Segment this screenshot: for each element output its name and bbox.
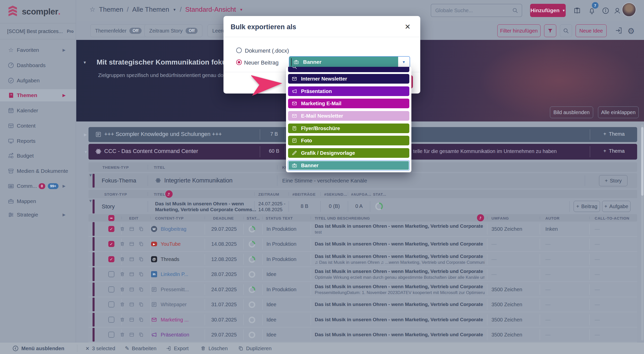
sidebar-item-reports[interactable]: Reports [0,135,76,147]
breadcrumb-alle-themen[interactable]: Alle Themen [132,6,169,13]
title-description[interactable]: Das ist Musik in unseren Ohren - wenn Ma… [315,284,485,295]
row-checkbox[interactable] [108,241,114,247]
content-type-link[interactable]: Marketing ... [161,317,189,323]
off-toggle[interactable]: Off [186,28,198,34]
title-description[interactable]: Das ist Musik in unseren Ohren - wenn Ma… [315,223,485,235]
delete-icon[interactable] [119,317,125,322]
learn-book-icon[interactable] [573,7,581,15]
collapse-icon[interactable]: ▼ [84,150,88,154]
workspace-switcher[interactable]: [SCOM] Best practices... Pro [0,24,76,39]
expand-icon[interactable]: ▶ [84,132,87,137]
row-checkbox[interactable] [108,317,114,323]
duplicate-icon[interactable] [138,241,144,247]
collapse-icon[interactable]: ▼ [88,173,93,177]
title-description[interactable]: Das ist Musik in unseren Ohren - wenn Ma… [315,332,485,337]
content-type-link[interactable]: Whitepaper [161,302,187,307]
calendar-card-icon[interactable] [129,241,134,247]
story-row[interactable]: ▼ Story Das ist Musik in unseren Ohren -… [88,199,637,214]
dropdown-item[interactable]: Präsentation [288,86,409,96]
hide-menu-button[interactable]: Menü ausblenden [12,343,64,354]
dropdown-item-partial[interactable] [288,67,409,72]
add-story-button[interactable]: +Story [599,175,627,186]
settings-gear-icon[interactable]: ⚙ [626,26,636,36]
sidebar-item-favoriten[interactable]: ☆ Favoriten ▶ [0,44,76,56]
dropdown-item[interactable]: Flyer/Broschüre [288,124,409,133]
hide-image-button[interactable]: Bild ausblenden [550,106,593,118]
collapse-caret-icon[interactable]: ▼ [83,60,87,65]
favorite-star-icon[interactable]: ☆ [89,6,95,13]
content-type-select[interactable]: Banner ▼ [289,56,410,68]
content-type-link[interactable]: Pressemitt... [161,287,189,293]
filter-add-button[interactable]: Filter hinzufügen [497,24,541,37]
content-row[interactable]: in LinkedIn P... 28.07.2025 Idee Das ist… [88,267,637,282]
sidebar-item-budget[interactable]: Budget [0,150,76,162]
info-icon[interactable] [602,7,610,15]
fokus-thema-row[interactable]: ▼ Fokus-Thema Integrierte Kommunikation … [88,173,637,188]
content-type-link[interactable]: LinkedIn P... [161,271,188,277]
support-icon[interactable] [613,7,621,15]
export-view-icon[interactable] [615,26,623,35]
calendar-card-icon[interactable] [129,226,134,232]
sidebar-item-content[interactable]: Content [0,120,76,132]
calendar-card-icon[interactable] [129,302,134,307]
dropdown-item[interactable]: Interner Newsletter [288,74,409,84]
dropdown-item[interactable]: Banner [288,161,409,170]
row-checkbox[interactable] [108,226,114,232]
bulk-export-button[interactable]: Export [166,343,189,354]
content-row[interactable]: @ Threads 12.08.2025 In Produktion Das i… [88,252,637,267]
duplicate-icon[interactable] [138,226,144,232]
breadcrumb-view[interactable]: Standard-Ansicht [185,6,236,13]
sidebar-item-themen[interactable]: Themen ▶ [0,89,76,101]
sidebar-item-dashboards[interactable]: Dashboards [0,59,76,71]
search-icon[interactable] [512,7,518,13]
dropdown-item[interactable]: E-Mail Newsletter [288,111,409,121]
content-row[interactable]: Pressemitt... 24.07.2025 In Produktion D… [88,282,637,297]
duplicate-icon[interactable] [138,317,144,322]
sidebar-item-mappen[interactable]: Mappen [0,195,76,207]
collapse-all-button[interactable]: Alle einklappen [598,106,639,118]
title-description[interactable]: Das ist Musik in unseren Ohren - wenn Ma… [315,241,485,247]
title-description[interactable]: Das ist Musik in unseren Ohren - wenn Ma… [315,269,485,280]
add-thema-button[interactable]: +Thema [603,148,625,154]
duplicate-icon[interactable] [138,271,144,277]
dropdown-item[interactable]: Marketing E-Mail [288,99,409,108]
filter-chip-themenfelder[interactable]: ThemenfelderOff [90,24,146,37]
add-beitrag-button[interactable]: +Beitrag [574,201,600,212]
delete-icon[interactable] [119,241,125,247]
title-description[interactable]: Das ist Musik in unseren Ohren - wenn Ma… [315,317,485,322]
content-type-link[interactable]: YouTube [161,241,181,247]
sort-icon[interactable] [477,214,484,221]
content-type-link[interactable]: Threads [161,256,179,262]
sidebar-item-community[interactable]: Comm... 0 99+ ▶ [0,180,76,192]
sort-icon[interactable] [165,190,173,198]
bulk-edit-button[interactable]: ✎ Bearbeiten [125,343,156,354]
calendar-card-icon[interactable] [129,287,134,292]
new-idea-button[interactable]: Neue Idee [576,24,607,37]
global-search[interactable] [431,4,522,17]
row-checkbox[interactable] [108,286,114,293]
calendar-card-icon[interactable] [129,271,134,277]
bulk-duplicate-button[interactable]: Duplizieren [238,343,272,354]
content-type-link[interactable]: Präsentation [161,332,189,338]
dropdown-item[interactable]: Grafik / Designvorlage [288,148,409,158]
radio-neuer-beitrag[interactable] [236,59,242,65]
title-description[interactable]: Das ist Musik in unseren Ohren - wenn Ma… [315,302,485,307]
row-checkbox[interactable] [108,271,114,277]
content-row[interactable]: Marketing ... 30.07.2025 Idee Das ist Mu… [88,312,637,327]
delete-icon[interactable] [119,271,125,277]
content-row[interactable]: W Blogbeitrag 29.07.2025 In Produktion D… [88,222,637,237]
delete-icon[interactable] [119,287,125,292]
title-description[interactable]: Das ist Musik in unseren Ohren - wenn Ma… [315,254,485,265]
duplicate-icon[interactable] [138,332,144,337]
sidebar-item-strategie[interactable]: Strategie ▶ [0,209,76,221]
filter-chip-zeitraum-story[interactable]: Zeitraum StoryOff [144,24,202,37]
add-thema-button[interactable]: +Thema [603,131,625,137]
clear-selection-button[interactable]: ✕ 3 selected [85,343,115,354]
search-input[interactable] [431,8,512,13]
logo[interactable]: scompler. [0,0,76,23]
delete-icon[interactable] [119,332,125,337]
add-aufgabe-button[interactable]: +Aufgabe [602,201,631,212]
close-icon[interactable]: ✕ [405,23,411,31]
funnel-button[interactable] [544,24,556,37]
delete-icon[interactable] [119,256,125,262]
